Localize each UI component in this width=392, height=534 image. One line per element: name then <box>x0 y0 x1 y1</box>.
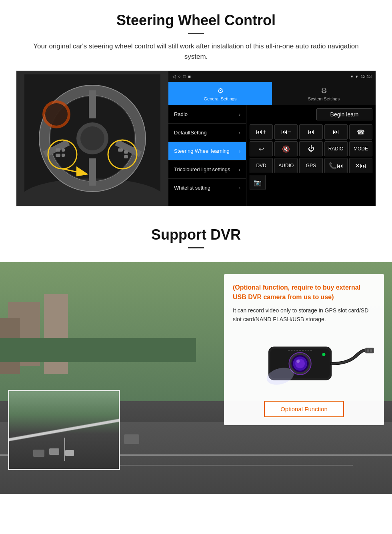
chevron-right-icon: › <box>239 112 240 117</box>
android-tabs: ⚙ General Settings ⚙ System Settings <box>168 82 376 105</box>
wifi-icon: ▾ <box>356 74 358 79</box>
ctrl-back[interactable]: ↩ <box>250 141 273 156</box>
thumb-car-1 <box>33 450 44 457</box>
optional-function-button[interactable]: Optional Function <box>264 401 344 417</box>
ctrl-phone-next[interactable]: ✕⏭ <box>349 158 372 173</box>
chevron-right-icon4: › <box>239 167 240 172</box>
nav-menu-icon[interactable]: ■ <box>188 74 191 79</box>
steering-title: Steering Wheel Control <box>16 12 376 29</box>
thumb-car-3 <box>65 450 74 456</box>
ctrl-vol-down[interactable]: ⏮− <box>274 124 298 140</box>
svg-point-37 <box>322 353 325 356</box>
time-display: 13:13 <box>360 74 372 79</box>
tab-system-label: System Settings <box>308 96 340 101</box>
control-row-2: ↩ 🔇 ⏻ RADIO MODE <box>250 141 372 156</box>
ctrl-camera[interactable]: 📷 <box>250 175 266 190</box>
ctrl-prev[interactable]: ⏮ <box>299 124 322 140</box>
ctrl-phone-prev[interactable]: 📞⏮ <box>324 158 348 173</box>
svg-rect-15 <box>62 148 65 152</box>
menu-whitelist-label: Whitelist setting <box>174 185 210 191</box>
scene-car-3 <box>124 434 139 444</box>
control-grid: ⏮+ ⏮− ⏮ ⏭ ☎ ↩ 🔇 ⏻ RADIO MODE <box>250 124 372 190</box>
ctrl-power[interactable]: ⏻ <box>299 141 322 156</box>
dvr-background: (Optional function, require to buy exter… <box>0 262 392 494</box>
ctrl-radio[interactable]: RADIO <box>324 141 348 156</box>
tab-general-label: General Settings <box>204 96 237 101</box>
svg-rect-18 <box>124 150 128 154</box>
nav-home-icon[interactable]: ○ <box>178 74 181 79</box>
svg-rect-13 <box>56 148 60 152</box>
svg-rect-14 <box>56 154 60 157</box>
ctrl-mode[interactable]: MODE <box>349 141 372 156</box>
steering-section: Steering Wheel Control Your original car… <box>0 0 392 214</box>
steering-wheel-svg <box>24 74 160 202</box>
dvr-camera-image <box>233 330 375 394</box>
menu-steering-label: Steering Wheel learning <box>174 148 230 154</box>
ctrl-gps[interactable]: GPS <box>299 158 322 173</box>
tab-system-settings[interactable]: ⚙ System Settings <box>272 82 376 105</box>
menu-left-panel: Radio › DefaultSetting › Steering Wheel … <box>168 105 246 206</box>
control-row-3: DVD AUDIO GPS 📞⏮ ✕⏭ <box>250 158 372 173</box>
chevron-right-icon2: › <box>239 130 240 135</box>
dvr-title-area: Support DVR <box>0 214 392 262</box>
control-row-1: ⏮+ ⏮− ⏮ ⏭ ☎ <box>250 124 372 140</box>
android-menu: Radio › DefaultSetting › Steering Wheel … <box>168 105 376 206</box>
menu-item-radio[interactable]: Radio › <box>168 105 246 124</box>
menu-right-panel: Begin learn ⏮+ ⏮− ⏮ ⏭ ☎ ↩ 🔇 <box>246 105 376 206</box>
ctrl-dvd[interactable]: DVD <box>250 158 273 173</box>
ctrl-next[interactable]: ⏭ <box>324 124 348 140</box>
dvr-screen-thumbnail <box>8 390 120 470</box>
menu-item-whitelist[interactable]: Whitelist setting › <box>168 179 246 197</box>
ctrl-phone[interactable]: ☎ <box>349 124 372 140</box>
svg-rect-35 <box>370 349 372 352</box>
dvr-info-card: (Optional function, require to buy exter… <box>224 274 384 425</box>
dvr-description: It can record video only to storage in G… <box>233 306 375 324</box>
title-divider <box>188 33 204 34</box>
dvr-title: Support DVR <box>16 226 376 243</box>
android-statusbar: ◁ ○ □ ■ ▾ ▾ 13:13 <box>168 71 376 82</box>
begin-learn-row: Begin learn <box>250 108 372 120</box>
menu-radio-label: Radio <box>174 111 188 117</box>
chevron-right-icon3: › <box>239 149 240 154</box>
ctrl-mute[interactable]: 🔇 <box>274 141 298 156</box>
menu-item-defaultsetting[interactable]: DefaultSetting › <box>168 124 246 142</box>
dvr-screen-road <box>9 391 119 469</box>
nav-back-icon[interactable]: ◁ <box>172 74 176 79</box>
svg-point-10 <box>80 126 104 150</box>
steering-demo-container: ◁ ○ □ ■ ▾ ▾ 13:13 ⚙ General Settings ⚙ S… <box>16 70 376 206</box>
dvr-title-divider <box>188 247 204 248</box>
menu-item-tricoloured[interactable]: Tricoloured light settings › <box>168 160 246 179</box>
svg-rect-16 <box>62 154 65 157</box>
menu-tricoloured-label: Tricoloured light settings <box>174 166 230 172</box>
nav-recent-icon[interactable]: □ <box>183 74 186 79</box>
thumb-road-line <box>64 438 65 461</box>
android-ui-panel: ◁ ○ □ ■ ▾ ▾ 13:13 ⚙ General Settings ⚙ S… <box>168 71 376 206</box>
begin-learn-button[interactable]: Begin learn <box>316 108 372 120</box>
signal-icon: ▾ <box>351 74 353 79</box>
svg-rect-19 <box>124 155 128 158</box>
dvr-optional-text: (Optional function, require to buy exter… <box>233 283 375 302</box>
general-settings-icon: ⚙ <box>217 86 224 95</box>
svg-point-29 <box>295 359 305 368</box>
svg-point-30 <box>296 360 300 363</box>
menu-defaultsetting-label: DefaultSetting <box>174 130 207 136</box>
dvr-section: Support DVR <box>0 214 392 494</box>
dvr-camera-svg <box>233 332 375 392</box>
svg-point-23 <box>45 103 68 126</box>
control-row-4: 📷 <box>250 175 372 190</box>
thumb-car-2 <box>49 448 59 455</box>
steering-description: Your original car's steering wheel contr… <box>32 41 360 62</box>
chevron-right-icon5: › <box>239 186 240 190</box>
ctrl-audio[interactable]: AUDIO <box>274 158 298 173</box>
scene-hedge <box>0 338 196 362</box>
steering-wheel-photo <box>16 71 168 206</box>
tab-general-settings[interactable]: ⚙ General Settings <box>168 82 272 105</box>
ctrl-vol-up[interactable]: ⏮+ <box>250 124 273 140</box>
svg-rect-34 <box>367 349 369 352</box>
system-settings-icon: ⚙ <box>321 86 327 95</box>
scene-building-2 <box>44 294 68 374</box>
menu-item-steering[interactable]: Steering Wheel learning › <box>168 142 246 160</box>
svg-rect-17 <box>118 148 123 152</box>
